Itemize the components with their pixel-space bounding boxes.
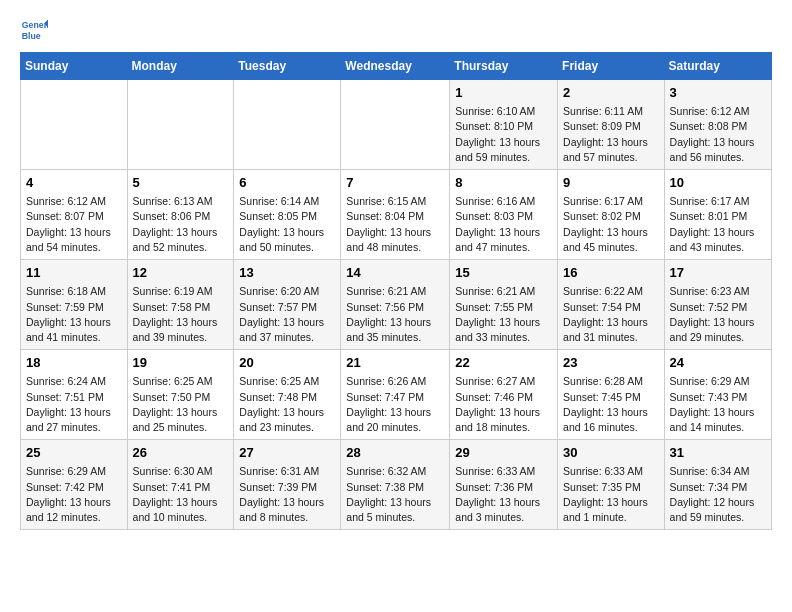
calendar-table: SundayMondayTuesdayWednesdayThursdayFrid… — [20, 52, 772, 530]
calendar-cell — [127, 80, 234, 170]
weekday-header-sunday: Sunday — [21, 53, 128, 80]
calendar-cell: 20Sunrise: 6:25 AMSunset: 7:48 PMDayligh… — [234, 350, 341, 440]
day-info: Sunrise: 6:33 AMSunset: 7:35 PMDaylight:… — [563, 464, 659, 525]
day-info: Sunrise: 6:34 AMSunset: 7:34 PMDaylight:… — [670, 464, 766, 525]
calendar-cell: 19Sunrise: 6:25 AMSunset: 7:50 PMDayligh… — [127, 350, 234, 440]
calendar-cell: 31Sunrise: 6:34 AMSunset: 7:34 PMDayligh… — [664, 440, 771, 530]
day-info: Sunrise: 6:25 AMSunset: 7:50 PMDaylight:… — [133, 374, 229, 435]
day-info: Sunrise: 6:29 AMSunset: 7:42 PMDaylight:… — [26, 464, 122, 525]
day-info: Sunrise: 6:21 AMSunset: 7:56 PMDaylight:… — [346, 284, 444, 345]
calendar-cell: 29Sunrise: 6:33 AMSunset: 7:36 PMDayligh… — [450, 440, 558, 530]
calendar-cell: 30Sunrise: 6:33 AMSunset: 7:35 PMDayligh… — [558, 440, 665, 530]
weekday-header-friday: Friday — [558, 53, 665, 80]
day-info: Sunrise: 6:15 AMSunset: 8:04 PMDaylight:… — [346, 194, 444, 255]
day-info: Sunrise: 6:10 AMSunset: 8:10 PMDaylight:… — [455, 104, 552, 165]
day-info: Sunrise: 6:13 AMSunset: 8:06 PMDaylight:… — [133, 194, 229, 255]
calendar-cell: 15Sunrise: 6:21 AMSunset: 7:55 PMDayligh… — [450, 260, 558, 350]
day-info: Sunrise: 6:16 AMSunset: 8:03 PMDaylight:… — [455, 194, 552, 255]
day-info: Sunrise: 6:23 AMSunset: 7:52 PMDaylight:… — [670, 284, 766, 345]
weekday-header-thursday: Thursday — [450, 53, 558, 80]
day-info: Sunrise: 6:33 AMSunset: 7:36 PMDaylight:… — [455, 464, 552, 525]
day-number: 18 — [26, 354, 122, 372]
calendar-cell: 8Sunrise: 6:16 AMSunset: 8:03 PMDaylight… — [450, 170, 558, 260]
day-info: Sunrise: 6:28 AMSunset: 7:45 PMDaylight:… — [563, 374, 659, 435]
day-number: 9 — [563, 174, 659, 192]
calendar-week-row: 11Sunrise: 6:18 AMSunset: 7:59 PMDayligh… — [21, 260, 772, 350]
calendar-week-row: 1Sunrise: 6:10 AMSunset: 8:10 PMDaylight… — [21, 80, 772, 170]
day-info: Sunrise: 6:17 AMSunset: 8:02 PMDaylight:… — [563, 194, 659, 255]
day-info: Sunrise: 6:25 AMSunset: 7:48 PMDaylight:… — [239, 374, 335, 435]
day-number: 26 — [133, 444, 229, 462]
calendar-cell: 25Sunrise: 6:29 AMSunset: 7:42 PMDayligh… — [21, 440, 128, 530]
calendar-cell: 12Sunrise: 6:19 AMSunset: 7:58 PMDayligh… — [127, 260, 234, 350]
calendar-cell: 3Sunrise: 6:12 AMSunset: 8:08 PMDaylight… — [664, 80, 771, 170]
day-number: 21 — [346, 354, 444, 372]
day-info: Sunrise: 6:12 AMSunset: 8:07 PMDaylight:… — [26, 194, 122, 255]
day-number: 3 — [670, 84, 766, 102]
day-number: 5 — [133, 174, 229, 192]
calendar-cell: 21Sunrise: 6:26 AMSunset: 7:47 PMDayligh… — [341, 350, 450, 440]
logo-icon: General Blue — [20, 16, 48, 44]
day-number: 7 — [346, 174, 444, 192]
weekday-header-tuesday: Tuesday — [234, 53, 341, 80]
day-number: 29 — [455, 444, 552, 462]
day-number: 23 — [563, 354, 659, 372]
day-info: Sunrise: 6:20 AMSunset: 7:57 PMDaylight:… — [239, 284, 335, 345]
weekday-header-saturday: Saturday — [664, 53, 771, 80]
weekday-header-row: SundayMondayTuesdayWednesdayThursdayFrid… — [21, 53, 772, 80]
calendar-cell: 22Sunrise: 6:27 AMSunset: 7:46 PMDayligh… — [450, 350, 558, 440]
svg-text:Blue: Blue — [22, 31, 41, 41]
day-number: 17 — [670, 264, 766, 282]
page-header: General Blue — [20, 16, 772, 44]
day-info: Sunrise: 6:21 AMSunset: 7:55 PMDaylight:… — [455, 284, 552, 345]
calendar-body: 1Sunrise: 6:10 AMSunset: 8:10 PMDaylight… — [21, 80, 772, 530]
day-info: Sunrise: 6:17 AMSunset: 8:01 PMDaylight:… — [670, 194, 766, 255]
day-info: Sunrise: 6:31 AMSunset: 7:39 PMDaylight:… — [239, 464, 335, 525]
day-number: 24 — [670, 354, 766, 372]
day-info: Sunrise: 6:19 AMSunset: 7:58 PMDaylight:… — [133, 284, 229, 345]
day-info: Sunrise: 6:26 AMSunset: 7:47 PMDaylight:… — [346, 374, 444, 435]
day-number: 28 — [346, 444, 444, 462]
calendar-cell: 11Sunrise: 6:18 AMSunset: 7:59 PMDayligh… — [21, 260, 128, 350]
day-info: Sunrise: 6:11 AMSunset: 8:09 PMDaylight:… — [563, 104, 659, 165]
day-number: 13 — [239, 264, 335, 282]
day-number: 20 — [239, 354, 335, 372]
day-number: 30 — [563, 444, 659, 462]
calendar-cell: 28Sunrise: 6:32 AMSunset: 7:38 PMDayligh… — [341, 440, 450, 530]
day-info: Sunrise: 6:32 AMSunset: 7:38 PMDaylight:… — [346, 464, 444, 525]
calendar-cell: 17Sunrise: 6:23 AMSunset: 7:52 PMDayligh… — [664, 260, 771, 350]
calendar-cell — [234, 80, 341, 170]
day-number: 6 — [239, 174, 335, 192]
calendar-cell: 6Sunrise: 6:14 AMSunset: 8:05 PMDaylight… — [234, 170, 341, 260]
svg-text:General: General — [22, 20, 48, 30]
day-number: 1 — [455, 84, 552, 102]
day-info: Sunrise: 6:12 AMSunset: 8:08 PMDaylight:… — [670, 104, 766, 165]
day-info: Sunrise: 6:18 AMSunset: 7:59 PMDaylight:… — [26, 284, 122, 345]
day-number: 14 — [346, 264, 444, 282]
calendar-week-row: 18Sunrise: 6:24 AMSunset: 7:51 PMDayligh… — [21, 350, 772, 440]
day-number: 31 — [670, 444, 766, 462]
day-number: 10 — [670, 174, 766, 192]
weekday-header-wednesday: Wednesday — [341, 53, 450, 80]
calendar-cell: 9Sunrise: 6:17 AMSunset: 8:02 PMDaylight… — [558, 170, 665, 260]
day-number: 16 — [563, 264, 659, 282]
day-number: 22 — [455, 354, 552, 372]
day-number: 11 — [26, 264, 122, 282]
day-info: Sunrise: 6:22 AMSunset: 7:54 PMDaylight:… — [563, 284, 659, 345]
calendar-cell: 24Sunrise: 6:29 AMSunset: 7:43 PMDayligh… — [664, 350, 771, 440]
day-info: Sunrise: 6:14 AMSunset: 8:05 PMDaylight:… — [239, 194, 335, 255]
calendar-cell: 1Sunrise: 6:10 AMSunset: 8:10 PMDaylight… — [450, 80, 558, 170]
calendar-cell: 26Sunrise: 6:30 AMSunset: 7:41 PMDayligh… — [127, 440, 234, 530]
calendar-cell: 7Sunrise: 6:15 AMSunset: 8:04 PMDaylight… — [341, 170, 450, 260]
calendar-cell: 4Sunrise: 6:12 AMSunset: 8:07 PMDaylight… — [21, 170, 128, 260]
calendar-header: SundayMondayTuesdayWednesdayThursdayFrid… — [21, 53, 772, 80]
day-number: 19 — [133, 354, 229, 372]
calendar-cell — [21, 80, 128, 170]
calendar-cell — [341, 80, 450, 170]
day-info: Sunrise: 6:27 AMSunset: 7:46 PMDaylight:… — [455, 374, 552, 435]
calendar-cell: 2Sunrise: 6:11 AMSunset: 8:09 PMDaylight… — [558, 80, 665, 170]
weekday-header-monday: Monday — [127, 53, 234, 80]
calendar-week-row: 25Sunrise: 6:29 AMSunset: 7:42 PMDayligh… — [21, 440, 772, 530]
calendar-cell: 18Sunrise: 6:24 AMSunset: 7:51 PMDayligh… — [21, 350, 128, 440]
day-number: 15 — [455, 264, 552, 282]
